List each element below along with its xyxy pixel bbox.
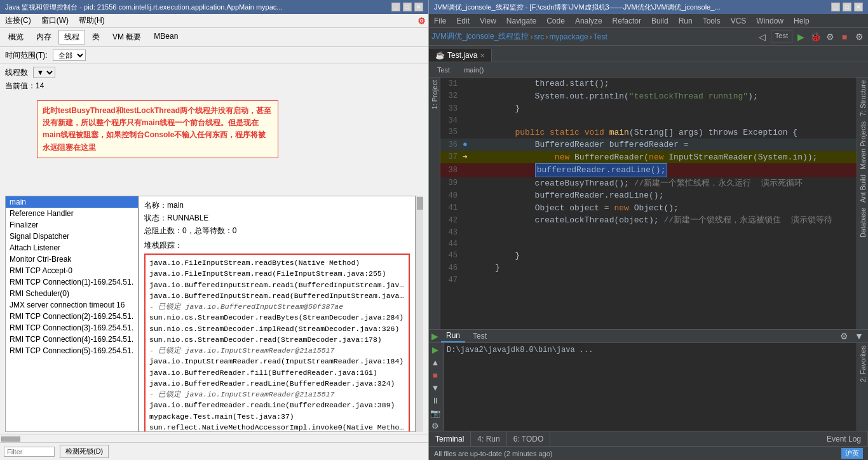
code-line-31: 31 thread.start(); [440, 78, 857, 90]
h-scrollbar-thumb[interactable] [1, 436, 20, 442]
tab-memory[interactable]: 内存 [31, 30, 57, 44]
method-tab-main[interactable]: main() [458, 65, 489, 75]
menu-run[interactable]: Run [676, 16, 695, 26]
thread-item-rmi-conn5[interactable]: RMI TCP Connection(5)-169.254.51. [6, 345, 138, 356]
database-label[interactable]: Database [858, 205, 868, 240]
scrollbar[interactable] [416, 196, 423, 432]
menu-window[interactable]: Window [754, 16, 786, 26]
detect-deadlock-btn[interactable]: 检测死锁(D) [60, 445, 109, 458]
tab-mbean[interactable]: MBean [148, 30, 184, 44]
run-pause-btn[interactable]: ⏸ [429, 394, 442, 407]
run-down-btn[interactable]: ▼ [429, 381, 442, 394]
menu-tools[interactable]: Tools [700, 16, 723, 26]
project-label[interactable]: 1: Project [430, 78, 440, 112]
menu-file[interactable]: File [431, 16, 449, 26]
stack-line-12: - 已锁定 java.io.InputStreamReader@21a15517 [149, 389, 405, 400]
run-stop-btn[interactable]: ■ [429, 369, 442, 381]
line-num-44: 44 [440, 238, 463, 250]
menu-code[interactable]: Code [544, 16, 567, 26]
stop-icon[interactable]: ■ [838, 30, 851, 43]
close-btn[interactable]: ✕ [414, 3, 423, 11]
menu-navigate[interactable]: Navigate [504, 16, 539, 26]
favorites-label[interactable]: 2: Favorites [858, 343, 868, 384]
menu-build[interactable]: Build [649, 16, 671, 26]
java-file-icon: ☕ [435, 51, 445, 60]
thread-item-signal[interactable]: Signal Dispatcher [6, 231, 138, 242]
breadcrumb-test[interactable]: Test [593, 32, 607, 41]
thread-item-rmi-conn1[interactable]: RMI TCP Connection(1)-169.254.51. [6, 276, 138, 288]
tab-close-icon[interactable]: ✕ [480, 52, 485, 59]
tab-threads[interactable]: 线程 [58, 30, 85, 44]
h-scrollbar[interactable] [0, 435, 428, 442]
debug-icon[interactable]: 🐞 [809, 30, 822, 43]
lang-indicator[interactable]: 沪英 [841, 448, 863, 459]
stack-line-8: - 已锁定 java.io.InputStreamReader@21a15517 [149, 345, 405, 356]
run-screenshot-btn[interactable]: 📷 [429, 407, 442, 419]
run-tab-test[interactable]: Test [468, 330, 492, 342]
breadcrumb-src[interactable]: src [534, 32, 544, 41]
thread-item-rmi-sched[interactable]: RMI Scheduler(0) [6, 288, 138, 299]
ant-label[interactable]: Ant Build [858, 172, 868, 205]
run-tab-bottom[interactable]: 4: Run [471, 431, 506, 446]
terminal-tab[interactable]: Terminal [429, 431, 471, 446]
thread-list[interactable]: main Reference Handler Finalizer Signal … [5, 196, 139, 432]
structure-label[interactable]: 7: Structure [858, 78, 868, 119]
thread-item-rmi-conn2[interactable]: RMI TCP Connection(2)-169.254.51. [6, 311, 138, 322]
run-restart-btn[interactable]: ▶ [429, 343, 442, 356]
thread-item-main[interactable]: main [6, 196, 138, 208]
line-num-43: 43 [440, 227, 463, 238]
method-tab-test[interactable]: Test [431, 65, 456, 75]
menu-edit[interactable]: Edit [454, 16, 472, 26]
thread-item-rmi-conn3[interactable]: RMI TCP Connection(3)-169.254.51. [6, 322, 138, 334]
thread-item-monitor[interactable]: Monitor Ctrl-Break [6, 254, 138, 265]
time-range-select[interactable]: 全部 [53, 50, 86, 61]
filter-input[interactable] [4, 447, 55, 457]
event-log-tab[interactable]: Event Log [820, 431, 868, 446]
menu-refactor[interactable]: Refactor [610, 16, 644, 26]
maximize-btn[interactable]: □ [403, 3, 412, 11]
run-config-btn[interactable]: Test [771, 30, 792, 43]
thread-item-refhandler[interactable]: Reference Handler [6, 208, 138, 219]
menu-vcs[interactable]: VCS [728, 16, 749, 26]
thread-item-jmx[interactable]: JMX server connection timeout 16 [6, 299, 138, 311]
tab-vm[interactable]: VM 概要 [107, 30, 147, 44]
run-collapse-icon[interactable]: ▼ [853, 330, 865, 342]
left-win-controls: _ □ ✕ [391, 3, 423, 11]
breadcrumb-pkg[interactable]: mypackage [549, 32, 588, 41]
menu-connect[interactable]: 连接(C) [3, 15, 34, 27]
thread-item-rmi-accept[interactable]: RMI TCP Accept-0 [6, 265, 138, 276]
code-line-32: 32 System.out.println("testLockThread ru… [440, 90, 857, 103]
menu-view[interactable]: View [477, 16, 499, 26]
threads-dropdown[interactable]: ▼ [33, 67, 55, 78]
build-icon[interactable]: ⚙ [824, 30, 836, 43]
breadcrumb-project[interactable]: JVM调优_jconsole_线程监控 [431, 31, 529, 42]
thread-item-attach[interactable]: Attach Listener [6, 242, 138, 254]
run-up-btn[interactable]: ▲ [429, 356, 442, 369]
run-icon[interactable]: ▶ [794, 30, 807, 43]
run-left-icons: ▶ ▲ ■ ▼ ⏸ 📷 ⚙ [429, 343, 444, 431]
menu-help-r[interactable]: Help [791, 16, 812, 26]
stack-line-10: java.io.BufferedReader.fill(BufferedRead… [149, 367, 405, 378]
back-icon[interactable]: ◁ [756, 30, 769, 43]
tab-classes[interactable]: 类 [86, 30, 105, 44]
minimize-btn[interactable]: _ [391, 3, 400, 11]
right-close-btn[interactable]: ✕ [854, 3, 863, 11]
right-title-bar: JVM调优_jconsole_线程监控 - [F:\csdn博客\JVM虚拟机3… [429, 0, 868, 14]
menu-analyze[interactable]: Analyze [573, 16, 605, 26]
scrollbar-thumb[interactable] [417, 197, 423, 210]
right-maximize-btn[interactable]: □ [843, 3, 851, 11]
run-settings-icon[interactable]: ⚙ [837, 330, 850, 342]
run-tab-run[interactable]: Run [441, 330, 465, 342]
maven-label[interactable]: Maven Projects [858, 119, 868, 172]
current-value: 当前值：14 [5, 81, 44, 91]
run-settings2-btn[interactable]: ⚙ [429, 419, 442, 431]
thread-item-finalizer[interactable]: Finalizer [6, 219, 138, 231]
todo-tab[interactable]: 6: TODO [507, 431, 551, 446]
menu-window[interactable]: 窗口(W) [39, 15, 71, 27]
right-minimize-btn[interactable]: _ [831, 3, 840, 11]
thread-item-rmi-conn4[interactable]: RMI TCP Connection(4)-169.254.51. [6, 334, 138, 345]
settings-icon[interactable]: ⚙ [853, 30, 865, 43]
tab-overview[interactable]: 概览 [3, 30, 29, 44]
editor-tab-test[interactable]: ☕ Test.java ✕ [429, 49, 492, 62]
menu-help[interactable]: 帮助(H) [76, 15, 107, 27]
